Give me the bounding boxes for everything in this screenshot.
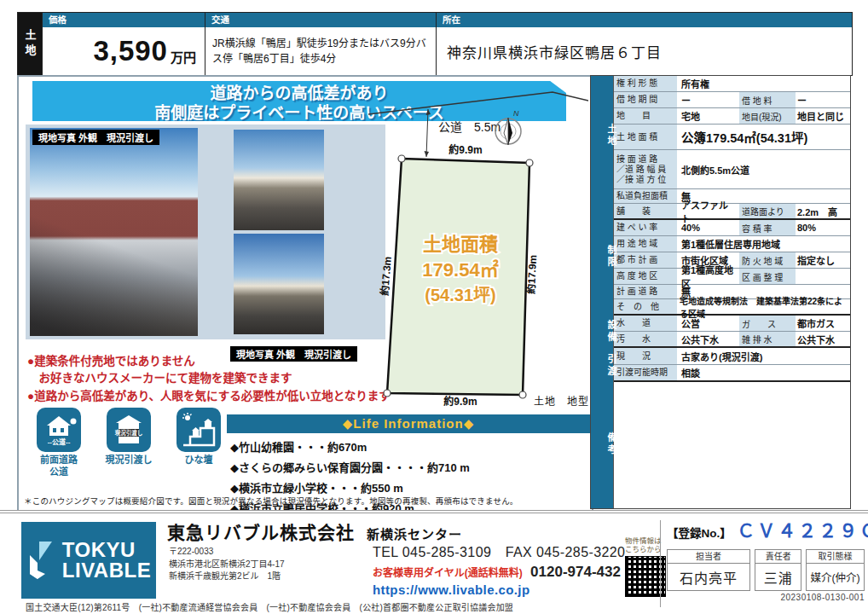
price-header: 価格 <box>43 13 205 27</box>
feature-current-handover: 現況引渡し 現況引渡し <box>101 408 157 478</box>
contact-block: TEL 045-285-3109 FAX 045-285-3220 お客様専用ダ… <box>373 541 625 597</box>
photo-panel: 現地写真 外観 現況引渡し <box>26 125 385 339</box>
area-tsubo: (54.31坪) <box>425 286 495 304</box>
transaction-type-box: 取引態様 媒介(仲介) <box>806 549 865 591</box>
table-row: 権 利 形 態 所有権 <box>614 76 850 92</box>
property-category-tab: 土地 <box>18 13 42 75</box>
handover-house-icon: 現況引渡し <box>107 408 151 452</box>
license-line: 国土交通大臣(12)第2611号 (一社)不動産流通経営協会会員 (一社)不動産… <box>26 600 513 613</box>
svg-text:N: N <box>513 109 519 118</box>
svg-text:--公道--: --公道-- <box>48 437 71 446</box>
toll-free-label: お客様専用ダイヤル(通話料無料) <box>373 567 523 579</box>
tokyu-livable-logo: TOKYU LIVABLE <box>21 522 156 599</box>
header: 土地 価格 3,590 万円 交通 JR横浜線「鴨居」駅徒歩19分またはバス9分… <box>17 12 853 76</box>
real-estate-flyer: 土地 価格 3,590 万円 交通 JR横浜線「鴨居」駅徒歩19分またはバス9分… <box>0 0 868 614</box>
manager-name: 三浦 <box>755 564 801 590</box>
dim-bottom: 約9.9m <box>443 395 477 408</box>
svg-text:現況引渡し: 現況引渡し <box>115 429 143 437</box>
main-content-box: 道路からの高低差があり 南側庭はプライベート性の高いスペース 現地写真 外観 現… <box>17 75 593 513</box>
section-label-land: 土地 <box>596 124 618 148</box>
registration-number: ＣＶ４２２９Ｇ５７ <box>737 521 868 541</box>
remarks-empty-area <box>614 382 850 508</box>
transport-column: 交通 JR横浜線「鴨居」駅徒歩19分またはバス9分バス停「鴨居6丁目」徒歩4分 <box>205 13 436 75</box>
section-label-handover: 引渡 <box>596 354 618 378</box>
section-label-remarks: 備考 <box>596 432 618 456</box>
table-row: 土 地 面 積 公簿179.54㎡(54.31坪) <box>614 125 850 150</box>
table-row: 建 ぺ い 率 40% 容 積 率 80% <box>614 220 850 236</box>
logo-text-line2: LIVABLE <box>62 560 151 581</box>
note-line: お好きなハウスメーカーにて建物を建築できます <box>27 370 391 387</box>
road-width-label: 公道 5.5m <box>438 120 501 134</box>
terrace-steps-icon <box>176 408 221 452</box>
diagram-caption: 土地 地型図 <box>534 396 588 408</box>
feature-label: 前面道路 公道 <box>31 455 87 478</box>
area-title: 土地面積 <box>423 234 499 255</box>
note-line: ●道路から高低差があり、人眼を気にする必要性が低い立地となります <box>27 388 391 405</box>
feature-label: 現況引渡し <box>101 455 157 466</box>
dim-left: 約17.3m <box>378 256 394 296</box>
exterior-photo-large <box>30 128 198 336</box>
dim-top: 約9.9m <box>448 143 482 156</box>
feature-label: ひな壇 <box>171 455 227 466</box>
road-house-icon: --公道-- <box>37 408 81 452</box>
life-item: ◆さくらの郷みらい保育園分園・・・・約710 m <box>230 459 470 475</box>
postal-code: 〒222-0033 <box>169 546 285 559</box>
logo-text-line1: TOKYU <box>62 540 151 560</box>
price-column: 価格 3,590 万円 <box>42 13 205 75</box>
registration-block: 【登録No.】 ＣＶ４２２９Ｇ５７ 担当者 石内亮平 責任者 三浦 取引態様 媒… <box>667 517 865 602</box>
table-row: 汚 水 公共下水 雑 排 水 公共下水 <box>614 332 850 348</box>
table-row: そ の 他 宅地造成等規制法 建築基準法第22条による区域 <box>614 299 850 316</box>
manager-box: 責任者 三浦 <box>755 549 801 591</box>
address-line2: 新横浜千歳観光第2ビル 1階 <box>169 571 285 583</box>
transaction-type-value: 媒介(仲介) <box>807 564 864 590</box>
transaction-type-label: 取引態様 <box>807 550 864 564</box>
land-plot-diagram: 公道 5.5m N 約9.9m 約9.9m 約17.3m 約17.9m 土地面積 <box>367 80 588 411</box>
life-item: ◆横浜市立緑小学校・・・約550 m <box>230 479 403 495</box>
photo-caption-1: 現地写真 外観 現況引渡し <box>32 130 159 145</box>
exterior-photo-small-2 <box>234 234 324 334</box>
toll-free-number: 0120-974-432 <box>530 564 621 580</box>
section-label-restrictions: 制限 <box>596 245 618 269</box>
table-row: 借 地 期 間 ー 借 地 料 ー <box>614 92 850 108</box>
qr-label: 物件情報は こちらから <box>625 537 664 554</box>
table-row: 舗 装 アスファルト 道路面より 2.2m 高 <box>614 204 850 220</box>
company-address: 〒222-0033 横浜市港北区新横浜2丁目4-17 新横浜千歳観光第2ビル 1… <box>169 546 285 583</box>
price-unit: 万円 <box>171 48 196 66</box>
qr-block: 物件情報は こちらから <box>625 537 664 597</box>
section-label-facilities: 設備 <box>596 320 618 344</box>
life-item: ◆竹山幼稚園・・・約670m <box>230 438 367 455</box>
table-row: 現 況 古家あり(現況引渡) <box>614 348 850 365</box>
website-url[interactable]: https://www.livable.co.jp <box>373 582 625 597</box>
logo-mark-icon <box>26 538 55 582</box>
manager-label: 責任者 <box>755 550 801 564</box>
exterior-photo-small-1 <box>234 130 324 230</box>
registration-label: 【登録No.】 <box>667 527 732 540</box>
footer-divider <box>660 520 661 607</box>
area-value: 179.54㎡ <box>422 259 498 281</box>
feature-front-road: --公道-- 前面道路 公道 <box>31 408 87 478</box>
staff-label: 担当者 <box>668 550 749 564</box>
address-line1: 横浜市港北区新横浜2丁目4-17 <box>169 559 285 571</box>
location-column: 所在 神奈川県横浜市緑区鴨居６丁目 <box>436 13 852 75</box>
table-section-sidebar: 土地 制限 設備 引渡 備考 <box>591 76 613 508</box>
tel-fax: TEL 045-285-3109 FAX 045-285-3220 <box>373 541 625 561</box>
document-code: 20230108-0130-001 <box>667 593 865 602</box>
feature-icon-row: --公道-- 前面道路 公道 現況引渡し 現況引渡し <box>31 408 227 478</box>
table-row: 水 道 公営 ガ ス 都市ガス <box>614 316 850 332</box>
dim-right: 約17.9m <box>524 254 539 294</box>
map-footnote: ＊このハウジングマップは概要紹介図です。図面と現況が異なる場合は現況優先となりま… <box>24 495 518 507</box>
transport-value: JR横浜線「鴨居」駅徒歩19分またはバス9分バス停「鴨居6丁目」徒歩4分 <box>205 27 436 75</box>
staff-box: 担当者 石内亮平 <box>667 549 750 591</box>
location-value: 神奈川県横浜市緑区鴨居６丁目 <box>437 27 852 75</box>
note-line: ●建築条件付売地ではありません <box>27 353 391 370</box>
table-row: 接 面 道 路 ／道 路 幅 員 ／接 道 方 位 北側約5.5m公道 <box>614 150 850 189</box>
table-row: 高 度 地 区 第1種高度地区 区 画 整 理 <box>614 269 850 285</box>
staff-name: 石内亮平 <box>668 564 749 590</box>
price-value: 3,590 <box>93 35 168 67</box>
life-information-banner: ◆Life Information◆ <box>227 414 590 433</box>
feature-terraced-lot: ひな壇 <box>171 408 227 478</box>
road-line <box>368 92 588 114</box>
table-row: 引渡可能時期 相談 <box>614 365 850 382</box>
location-header: 所在 <box>437 13 852 27</box>
table-row: 地 目 宅地 地目(現況) 地目と同じ <box>614 108 850 125</box>
